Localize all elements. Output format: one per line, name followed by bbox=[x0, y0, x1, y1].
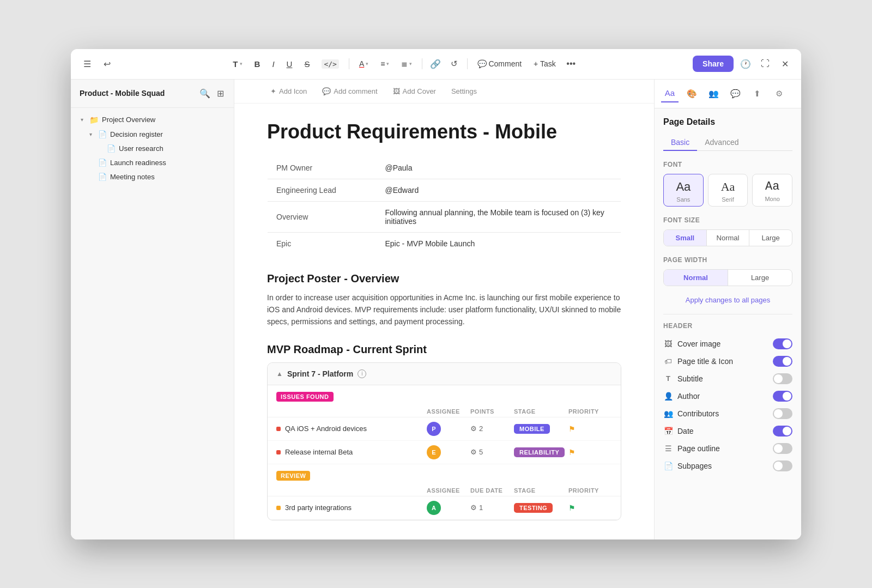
strikethrough-button[interactable]: S bbox=[300, 56, 314, 72]
author-toggle[interactable] bbox=[773, 391, 792, 402]
task-points: ⚙ 5 bbox=[470, 448, 514, 456]
tab-basic[interactable]: Basic bbox=[663, 135, 697, 151]
italic-icon: I bbox=[272, 59, 274, 69]
add-icon-label: Add Icon bbox=[279, 87, 307, 95]
expand-button[interactable]: ⛶ bbox=[758, 56, 773, 71]
subpages-icon: 📄 bbox=[663, 462, 673, 470]
date-toggle[interactable] bbox=[773, 426, 792, 437]
add-cover-button[interactable]: 🖼 Add Cover bbox=[390, 85, 439, 98]
table-cell-label: Epic bbox=[268, 232, 377, 254]
comment-button[interactable]: 💬 Comment bbox=[473, 56, 526, 71]
apply-all-button[interactable]: Apply changes to all pages bbox=[663, 296, 792, 304]
section1-text: In order to increase user acquisition op… bbox=[267, 292, 621, 328]
font-option-serif[interactable]: Aa Serif bbox=[708, 174, 748, 207]
panel-divider bbox=[663, 314, 792, 314]
settings-button[interactable]: Settings bbox=[448, 85, 480, 98]
tab-chat[interactable]: 💬 bbox=[726, 85, 744, 102]
page-width-large[interactable]: Large bbox=[728, 270, 792, 286]
add-icon-button[interactable]: ✦ Add Icon bbox=[267, 85, 310, 98]
author-icon: 👤 bbox=[663, 392, 673, 401]
font-color-icon: A bbox=[359, 59, 364, 68]
task-name-label: 3rd party integrations bbox=[285, 504, 352, 512]
loop-button[interactable]: ↺ bbox=[446, 56, 462, 71]
close-button[interactable]: ✕ bbox=[777, 56, 792, 71]
content-area: ✦ Add Icon 💬 Add comment 🖼 Add Cover Set… bbox=[234, 80, 654, 539]
sprint-collapse-button[interactable]: ▲ bbox=[276, 370, 283, 378]
page-width-normal[interactable]: Normal bbox=[664, 270, 728, 286]
tab-palette[interactable]: 🎨 bbox=[683, 85, 700, 102]
issues-tag: ISSUES FOUND bbox=[276, 392, 334, 402]
add-comment-label: Add comment bbox=[334, 87, 377, 95]
toggle-text: Page outline bbox=[677, 444, 720, 453]
code-button[interactable]: </> bbox=[317, 56, 343, 72]
toggle-subtitle: T Subtitle bbox=[663, 370, 792, 387]
font-size-small[interactable]: Small bbox=[664, 230, 707, 246]
undo-button[interactable]: ↩ bbox=[99, 56, 114, 71]
bold-button[interactable]: B bbox=[250, 56, 265, 72]
arrow-icon: ▸ bbox=[89, 174, 98, 180]
table-cell-value: @Edward bbox=[377, 179, 621, 201]
add-comment-button[interactable]: 💬 Add comment bbox=[319, 85, 380, 98]
sprint-title: Sprint 7 - Platform bbox=[287, 369, 353, 378]
layout-button[interactable]: ⊞ bbox=[216, 87, 225, 100]
sidebar-item-label: Project Overview bbox=[102, 116, 155, 124]
page-title-toggle[interactable] bbox=[773, 356, 792, 367]
tab-typography[interactable]: Aa bbox=[661, 85, 679, 102]
search-button[interactable]: 🔍 bbox=[198, 87, 211, 100]
tab-users[interactable]: 👥 bbox=[705, 85, 722, 102]
menu-button[interactable]: ☰ bbox=[80, 56, 95, 71]
sprint-header: ▲ Sprint 7 - Platform i bbox=[268, 363, 621, 385]
nav-tree: ▾ 📁 Project Overview ▾ 📄 Decision regist… bbox=[71, 108, 234, 189]
more-button[interactable]: ••• bbox=[564, 56, 579, 71]
table-cell-value: @Paula bbox=[377, 156, 621, 179]
table-cell-value: Following annual planning, the Mobile te… bbox=[377, 201, 621, 232]
contributors-toggle[interactable] bbox=[773, 408, 792, 419]
text-format-button[interactable]: T ▾ bbox=[228, 56, 246, 72]
issues-group: ISSUES FOUND ASSIGNEE POINTS STAGE PRIOR… bbox=[268, 385, 621, 464]
task-name-label: Release internal Beta bbox=[285, 448, 353, 456]
points-value: 1 bbox=[479, 504, 483, 512]
italic-button[interactable]: I bbox=[268, 56, 278, 72]
underline-icon: U bbox=[287, 59, 293, 69]
font-option-mono[interactable]: Aa Mono bbox=[752, 174, 792, 207]
bold-icon: B bbox=[255, 59, 261, 69]
share-button[interactable]: Share bbox=[693, 56, 734, 72]
sidebar-item-user-research[interactable]: ▸ 📄 User research bbox=[74, 142, 231, 155]
subtitle-toggle[interactable] bbox=[773, 373, 792, 384]
font-color-button[interactable]: A ▾ bbox=[355, 56, 373, 71]
link-button[interactable]: 🔗 bbox=[428, 56, 443, 71]
sidebar-item-project-overview[interactable]: ▾ 📁 Project Overview bbox=[74, 113, 231, 127]
palette-icon: 🎨 bbox=[687, 89, 697, 99]
info-table: PM Owner @Paula Engineering Lead @Edward… bbox=[267, 156, 621, 255]
sprint-info-icon[interactable]: i bbox=[358, 369, 366, 378]
task-button[interactable]: + Task bbox=[529, 56, 560, 71]
table-row: PM Owner @Paula bbox=[268, 156, 621, 179]
toggle-label: T Subtitle bbox=[663, 374, 703, 383]
list-button[interactable]: ≣ ▾ bbox=[397, 56, 416, 71]
subpages-toggle[interactable] bbox=[773, 460, 792, 471]
toggle-subpages: 📄 Subpages bbox=[663, 457, 792, 475]
tab-settings[interactable]: ⚙ bbox=[770, 85, 788, 102]
arrow-icon: ▸ bbox=[89, 160, 98, 166]
col-task bbox=[276, 408, 427, 415]
tab-export[interactable]: ⬆ bbox=[748, 85, 766, 102]
cover-image-toggle[interactable] bbox=[773, 338, 792, 349]
chat-icon: 💬 bbox=[730, 89, 741, 99]
table-cell-label: Overview bbox=[268, 201, 377, 232]
font-option-sans[interactable]: Aa Sans bbox=[663, 174, 704, 207]
page-details: Page Details Basic Advanced Font Aa Sans… bbox=[655, 108, 801, 483]
align-button[interactable]: ≡ ▾ bbox=[376, 56, 393, 71]
sidebar-item-decision-register[interactable]: ▾ 📄 Decision register bbox=[74, 128, 231, 141]
page-outline-toggle[interactable] bbox=[773, 443, 792, 454]
priority-icon: ⚑ bbox=[568, 504, 576, 512]
tab-advanced[interactable]: Advanced bbox=[697, 135, 746, 151]
sidebar-item-meeting-notes[interactable]: ▸ 📄 Meeting notes bbox=[74, 170, 231, 184]
list-chevron: ▾ bbox=[409, 61, 412, 66]
font-size-large[interactable]: Large bbox=[749, 230, 792, 246]
col-stage: STAGE bbox=[514, 487, 568, 494]
code-icon: </> bbox=[322, 59, 338, 69]
history-button[interactable]: 🕐 bbox=[738, 56, 753, 71]
underline-button[interactable]: U bbox=[282, 56, 297, 72]
sidebar-item-launch-readiness[interactable]: ▸ 📄 Launch readiness bbox=[74, 156, 231, 169]
font-size-normal[interactable]: Normal bbox=[707, 230, 750, 246]
